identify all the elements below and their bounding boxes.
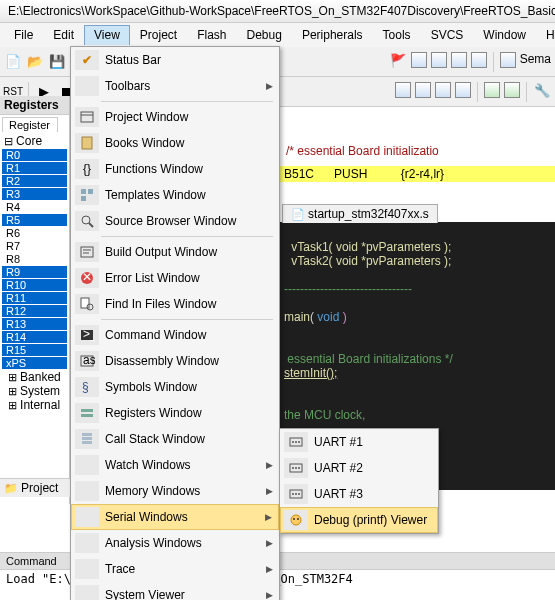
submenu-item-uart3[interactable]: UART #3 xyxy=(280,481,438,507)
register-r2[interactable]: R2 xyxy=(2,175,67,187)
toolbar-separator xyxy=(477,82,478,102)
menu-view[interactable]: View xyxy=(84,25,130,45)
window-layout-icon-3[interactable] xyxy=(451,52,467,68)
register-r15[interactable]: R15 xyxy=(2,344,67,356)
menu-window[interactable]: Window xyxy=(473,25,536,45)
svg-point-28 xyxy=(292,441,294,443)
register-group-banked[interactable]: ⊞ Banked xyxy=(2,370,67,384)
submenu-arrow-icon: ▶ xyxy=(266,538,273,548)
menu-item-command-window[interactable]: >_Command Window xyxy=(71,322,279,348)
submenu-item-debug-printf-viewer[interactable]: Debug (printf) Viewer xyxy=(280,507,438,533)
code-line: the MCU clock, xyxy=(284,408,365,422)
menu-item-symbols-window[interactable]: §Symbols Window xyxy=(71,374,279,400)
svg-text:asm: asm xyxy=(83,353,95,367)
editor-file-tab[interactable]: 📄 startup_stm32f407xx.s xyxy=(282,204,438,223)
project-tab[interactable]: 📁 Project xyxy=(0,478,70,497)
menu-item-call-stack-window[interactable]: Call Stack Window xyxy=(71,426,279,452)
debug-layout-icon-2[interactable] xyxy=(415,82,431,98)
menu-item-books-window[interactable]: Books Window xyxy=(71,130,279,156)
register-r11[interactable]: R11 xyxy=(2,292,67,304)
menu-item-trace[interactable]: Trace▶ xyxy=(71,556,279,582)
source-browser-icon xyxy=(79,213,95,229)
menu-item-status-bar[interactable]: ✔Status Bar xyxy=(71,47,279,73)
register-r13[interactable]: R13 xyxy=(2,318,67,330)
register-r3[interactable]: R3 xyxy=(2,188,67,200)
new-file-icon[interactable]: 📄 xyxy=(4,53,22,71)
register-r9[interactable]: R9 xyxy=(2,266,67,278)
save-icon[interactable]: 💾 xyxy=(48,53,66,71)
call-stack-icon xyxy=(79,431,95,447)
menu-item-build-output-window[interactable]: Build Output Window xyxy=(71,239,279,265)
window-layout-icon-4[interactable] xyxy=(471,52,487,68)
window-layout-icon-1[interactable] xyxy=(411,52,427,68)
debug-layout-icon-4[interactable] xyxy=(455,82,471,98)
menu-item-source-browser-window[interactable]: Source Browser Window xyxy=(71,208,279,234)
menu-item-error-list-window[interactable]: ✕Error List Window xyxy=(71,265,279,291)
menu-item-registers-window[interactable]: Registers Window xyxy=(71,400,279,426)
open-file-icon[interactable]: 📂 xyxy=(26,53,44,71)
window-layout-icon-2[interactable] xyxy=(431,52,447,68)
svg-rect-5 xyxy=(81,196,86,201)
registers-panel: Registers Register ⊟ Core R0 R1 R2 R3 R4… xyxy=(0,96,70,504)
svg-point-33 xyxy=(295,467,297,469)
register-group-system[interactable]: ⊞ System xyxy=(2,384,67,398)
register-r0[interactable]: R0 xyxy=(2,149,67,161)
window-layout-icon-5[interactable] xyxy=(500,52,516,68)
registers-list: ⊟ Core R0 R1 R2 R3 R4 R5 R6 R7 R8 R9 R10… xyxy=(0,132,69,414)
svg-rect-21 xyxy=(81,414,93,417)
menu-item-functions-window[interactable]: {}Functions Window xyxy=(71,156,279,182)
svg-rect-2 xyxy=(82,137,92,149)
menu-file[interactable]: File xyxy=(4,25,43,45)
svg-rect-23 xyxy=(82,437,92,440)
menu-project[interactable]: Project xyxy=(130,25,187,45)
flag-icon[interactable]: 🚩 xyxy=(389,52,407,70)
register-r8[interactable]: R8 xyxy=(2,253,67,265)
menu-item-system-viewer[interactable]: System Viewer▶ xyxy=(71,582,279,600)
register-xps[interactable]: xPS xyxy=(2,357,67,369)
menu-item-templates-window[interactable]: Templates Window xyxy=(71,182,279,208)
menu-item-memory-windows[interactable]: Memory Windows▶ xyxy=(71,478,279,504)
menu-item-serial-windows[interactable]: Serial Windows▶ xyxy=(71,504,279,530)
debug-layout-icon-1[interactable] xyxy=(395,82,411,98)
register-r12[interactable]: R12 xyxy=(2,305,67,317)
menu-peripherals[interactable]: Peripherals xyxy=(292,25,373,45)
debug-layout-icon-3[interactable] xyxy=(435,82,451,98)
register-group-core[interactable]: ⊟ Core xyxy=(2,134,67,148)
register-r14[interactable]: R14 xyxy=(2,331,67,343)
register-r7[interactable]: R7 xyxy=(2,240,67,252)
registers-tab[interactable]: Register xyxy=(2,117,58,132)
menu-flash[interactable]: Flash xyxy=(187,25,236,45)
tools-icon[interactable]: 🔧 xyxy=(533,82,551,100)
analysis-icon-2[interactable] xyxy=(504,82,520,98)
submenu-item-uart1[interactable]: UART #1 xyxy=(280,429,438,455)
svg-text:>_: >_ xyxy=(83,327,95,341)
register-r10[interactable]: R10 xyxy=(2,279,67,291)
register-r5[interactable]: R5 xyxy=(2,214,67,226)
register-group-internal[interactable]: ⊞ Internal xyxy=(2,398,67,412)
svg-rect-8 xyxy=(81,247,93,257)
menu-item-toolbars[interactable]: Toolbars▶ xyxy=(71,73,279,99)
analysis-icon-1[interactable] xyxy=(484,82,500,98)
toolbar-sema-label[interactable]: Sema xyxy=(520,52,551,72)
menu-item-analysis-windows[interactable]: Analysis Windows▶ xyxy=(71,530,279,556)
register-r4[interactable]: R4 xyxy=(2,201,67,213)
braces-icon: {} xyxy=(83,162,91,176)
register-r1[interactable]: R1 xyxy=(2,162,67,174)
disassembly-icon: asm xyxy=(79,353,95,369)
menu-debug[interactable]: Debug xyxy=(237,25,292,45)
register-r6[interactable]: R6 xyxy=(2,227,67,239)
view-menu-dropdown: ✔Status Bar Toolbars▶ Project Window Boo… xyxy=(70,46,280,600)
find-in-files-icon xyxy=(79,296,95,312)
serial-windows-submenu: UART #1 UART #2 UART #3 Debug (printf) V… xyxy=(279,428,439,534)
submenu-item-uart2[interactable]: UART #2 xyxy=(280,455,438,481)
menu-item-project-window[interactable]: Project Window xyxy=(71,104,279,130)
menu-item-disassembly-window[interactable]: asmDisassembly Window xyxy=(71,348,279,374)
menu-help[interactable]: Help xyxy=(536,25,555,45)
svg-point-32 xyxy=(292,467,294,469)
title-path: E:\Electronics\WorkSpace\Github-WorkSpac… xyxy=(8,4,555,18)
menu-item-watch-windows[interactable]: Watch Windows▶ xyxy=(71,452,279,478)
menu-item-find-in-files-window[interactable]: Find In Files Window xyxy=(71,291,279,317)
menu-svcs[interactable]: SVCS xyxy=(421,25,474,45)
menu-tools[interactable]: Tools xyxy=(373,25,421,45)
menu-edit[interactable]: Edit xyxy=(43,25,84,45)
